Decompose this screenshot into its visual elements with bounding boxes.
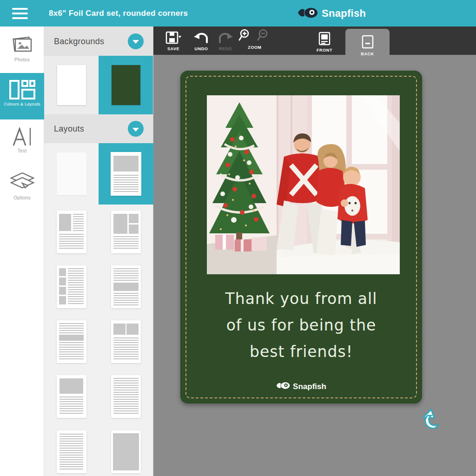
tab-back[interactable]: BACK bbox=[345, 29, 390, 60]
redo-icon bbox=[217, 31, 234, 44]
sidebar-label-photos: Photos bbox=[0, 57, 44, 62]
card-snapfish-logo: Snapfish bbox=[180, 381, 422, 392]
layout-option-photo-top-text-bottom[interactable] bbox=[99, 143, 153, 205]
layout-thumbnail bbox=[111, 320, 141, 363]
card-snapfish-fish-icon bbox=[276, 381, 290, 392]
layouts-label: Layouts bbox=[54, 124, 84, 134]
layout-thumbnail bbox=[57, 211, 86, 253]
layout-option-photo-topleft-text[interactable] bbox=[44, 205, 99, 259]
top-bar: 8x6" Foil Card set, rounded corners Snap… bbox=[0, 0, 476, 26]
photos-icon bbox=[0, 34, 44, 57]
layout-thumbnail bbox=[111, 211, 141, 253]
sidebar-item-photos[interactable]: Photos bbox=[0, 26, 44, 73]
layout-thumbnail bbox=[57, 375, 86, 418]
layout-option-two-photos-top-text[interactable] bbox=[99, 314, 153, 369]
layout-thumbnail bbox=[57, 430, 86, 473]
layout-option-text-full[interactable] bbox=[44, 424, 99, 476]
snapfish-wordmark: Snapfish bbox=[322, 7, 366, 20]
card-photo[interactable] bbox=[207, 95, 400, 274]
swatch-color bbox=[57, 65, 86, 105]
layout-thumbnail bbox=[57, 265, 86, 308]
colours-layouts-panel: Backgrounds Layouts bbox=[44, 26, 153, 476]
snapfish-logo: Snapfish bbox=[298, 6, 366, 21]
backgrounds-label: Backgrounds bbox=[54, 36, 104, 46]
card-message-text[interactable]: Thank you from allof us for being thebes… bbox=[180, 285, 422, 365]
zoom-out-icon[interactable] bbox=[257, 28, 271, 44]
sidebar-label-colours-layouts: Colours & Layouts bbox=[0, 102, 44, 106]
card-back-preview[interactable]: Thank you from allof us for being thebes… bbox=[180, 71, 422, 403]
backgrounds-section-header[interactable]: Backgrounds bbox=[44, 26, 153, 56]
swatch-color bbox=[112, 65, 140, 105]
sidebar-label-options: Options bbox=[0, 195, 44, 200]
editor-toolbar: SAVE UNDO REDO bbox=[153, 26, 476, 55]
hamburger-icon[interactable] bbox=[12, 7, 29, 20]
background-swatches bbox=[44, 56, 153, 114]
tool-sidebar: Photos Colours & Layouts bbox=[0, 26, 44, 476]
layout-option-text-full-dense[interactable] bbox=[99, 369, 153, 424]
curved-arrow-icon[interactable] bbox=[419, 408, 441, 432]
tab-front[interactable]: FRONT bbox=[311, 29, 338, 54]
snapfish-card-editor: 8x6" Foil Card set, rounded corners Snap… bbox=[0, 0, 476, 476]
layout-option-blank[interactable] bbox=[44, 143, 99, 205]
layout-option-photo-top-small-text[interactable] bbox=[44, 369, 99, 424]
card-front-icon bbox=[318, 32, 331, 46]
family-photo-illustration bbox=[207, 95, 400, 274]
layouts-icon bbox=[0, 79, 44, 102]
sidebar-item-colours-layouts[interactable]: Colours & Layouts bbox=[0, 73, 44, 119]
zoom-controls: ZOOM bbox=[237, 28, 272, 53]
layout-thumbnail bbox=[111, 265, 141, 308]
layouts-chevron-down-icon[interactable] bbox=[128, 121, 144, 137]
layout-thumbnail bbox=[111, 152, 141, 196]
layout-thumbnail bbox=[57, 320, 86, 363]
card-snapfish-wordmark: Snapfish bbox=[293, 382, 326, 391]
zoom-in-icon[interactable] bbox=[238, 28, 252, 44]
save-icon bbox=[165, 31, 181, 44]
background-swatch-white-background[interactable] bbox=[44, 56, 99, 114]
background-swatch-dark-green-background[interactable] bbox=[99, 56, 153, 114]
save-button[interactable]: SAVE bbox=[160, 28, 187, 53]
sidebar-item-text[interactable]: Text bbox=[0, 119, 44, 164]
sidebar-item-options[interactable]: Options bbox=[0, 164, 44, 210]
undo-icon bbox=[193, 31, 210, 44]
snapfish-fish-icon bbox=[298, 7, 318, 21]
options-icon bbox=[0, 172, 44, 195]
layout-thumbnail bbox=[57, 152, 86, 195]
editor-canvas: SAVE UNDO REDO bbox=[153, 26, 476, 476]
layout-thumbnail bbox=[111, 430, 141, 473]
text-icon bbox=[0, 127, 44, 148]
dropdown-caret-icon bbox=[178, 36, 181, 38]
sidebar-label-text: Text bbox=[0, 148, 44, 153]
undo-button[interactable]: UNDO bbox=[190, 28, 213, 53]
layout-option-photo-left-two-photos-text[interactable] bbox=[99, 205, 153, 259]
layout-option-text-photo-band-text[interactable] bbox=[99, 259, 153, 314]
layout-option-photo-strip-left-text-right[interactable] bbox=[44, 259, 99, 314]
layout-option-text-band-text[interactable] bbox=[44, 314, 99, 369]
layouts-section-header[interactable]: Layouts bbox=[44, 114, 153, 143]
layout-option-photo-full[interactable] bbox=[99, 424, 153, 476]
backgrounds-chevron-down-icon[interactable] bbox=[128, 33, 144, 49]
layout-thumbnails bbox=[44, 143, 153, 476]
card-back-icon bbox=[362, 35, 374, 49]
project-title: 8x6" Foil Card set, rounded corners bbox=[49, 0, 188, 26]
redo-button[interactable]: REDO bbox=[214, 28, 237, 53]
layout-thumbnail bbox=[111, 375, 141, 418]
